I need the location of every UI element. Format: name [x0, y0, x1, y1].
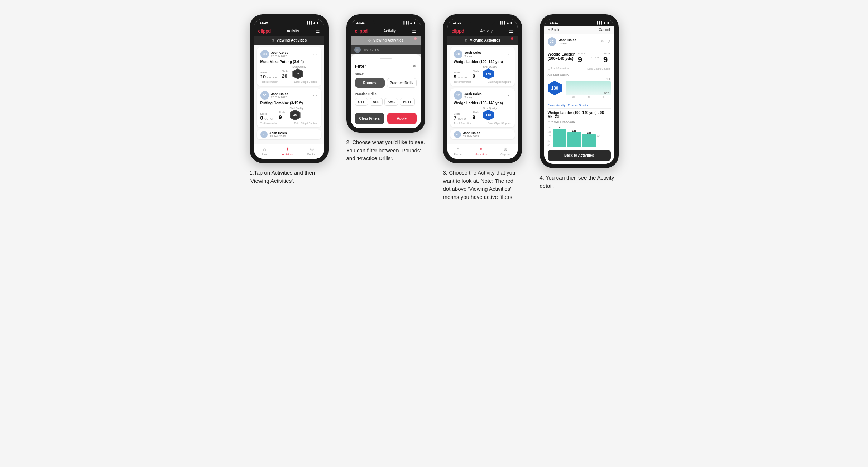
- avatar-3-2: JC: [454, 91, 462, 100]
- status-icons-4: ▐▐▐ ▲ ▮: [596, 21, 609, 24]
- signal-icon-2: ▐▐▐: [403, 21, 409, 24]
- nav-capture-3[interactable]: ⊕ Capture: [500, 146, 510, 156]
- modal-handle-2: [380, 58, 392, 59]
- header-title-3: Activity: [480, 29, 493, 33]
- viewing-banner-1[interactable]: ⚙ Viewing Activities: [254, 36, 324, 45]
- sq-block-3-1: Shot Quality 130: [483, 66, 497, 79]
- close-btn-2[interactable]: ✕: [412, 63, 417, 69]
- edit-icon-4[interactable]: ✏: [601, 39, 604, 44]
- caption-3: 3. Choose the Activity that you want to …: [443, 169, 522, 201]
- phone-1-inner: 13:20 ▐▐▐ ▲ ▮ clippd Activity ☰ ⚙ Viewin…: [254, 19, 324, 159]
- activity-card-1-2[interactable]: JC Josh Coles 28 Feb 2023 ··· Putting Co…: [257, 88, 321, 127]
- activity-card-1-3: JC Josh Coles 28 Feb 2023: [257, 129, 321, 139]
- shots-block-3-1: Shots 9: [473, 70, 479, 79]
- activity-card-3-2[interactable]: JC Josh Coles Today ··· Wedge Ladder (10…: [450, 88, 515, 127]
- menu-icon-2[interactable]: ☰: [412, 28, 417, 34]
- detail-header-4: < Back Cancel: [544, 26, 614, 34]
- score-col-4: Score 9: [578, 52, 585, 65]
- shots-col-4: Shots 9: [603, 52, 610, 65]
- nav-activities-3[interactable]: ✦ Activities: [475, 146, 487, 156]
- dots-1-2[interactable]: ···: [313, 93, 317, 98]
- dots-1-1[interactable]: ···: [313, 52, 317, 57]
- banner-text-3: Viewing Activities: [470, 38, 500, 42]
- activity-card-1-1[interactable]: JC Josh Coles 28 Feb 2023 ··· Must Make …: [257, 47, 321, 86]
- score-val-1-1: 10 OUT OF: [260, 74, 278, 79]
- card-footer-3-1: Test Information Data: Clippd Capture: [454, 81, 511, 83]
- tag-app-2[interactable]: APP: [370, 98, 383, 106]
- activity-card-3-1[interactable]: JC Josh Coles Today ··· Wedge Ladder (10…: [450, 47, 515, 86]
- dashed-line-4: 124: [597, 134, 610, 147]
- phone-2-body: ⚙ Viewing Activities JC Josh Coles Filte…: [351, 36, 421, 128]
- time-4: 13:21: [550, 21, 558, 24]
- y-axis-4: 140 120 100 80 60: [548, 125, 551, 147]
- phone-2-frame: 13:21 ▐▐▐ ▲ ▮ clippd Activity ☰ ⚙: [346, 14, 425, 133]
- cancel-btn-4[interactable]: Cancel: [599, 28, 610, 32]
- card-footer-1-1: Test Information Data: Clippd Capture: [260, 81, 318, 83]
- phone-1-section: 13:20 ▐▐▐ ▲ ▮ clippd Activity ☰ ⚙ Viewin…: [246, 14, 332, 185]
- detail-title-block-4: Wedge Ladder(100–140 yds): [548, 52, 578, 63]
- battery-icon-4: ▮: [607, 21, 609, 24]
- practice-drills-toggle-2[interactable]: Practice Drills: [387, 78, 417, 88]
- time-1: 13:20: [260, 21, 268, 24]
- bars-container-4: 132 129 124: [553, 126, 611, 147]
- tag-putt-2[interactable]: PUTT: [400, 98, 415, 106]
- capture-icon-3: ⊕: [503, 146, 508, 152]
- user-text-4: Josh Coles Today: [559, 38, 576, 45]
- user-info-1-2: Josh Coles 28 Feb 2023: [271, 92, 313, 99]
- card-title-3-1: Wedge Ladder (100–140 yds): [454, 60, 511, 64]
- viewing-banner-3[interactable]: ⚙ Viewing Activities: [447, 36, 518, 45]
- menu-icon-3[interactable]: ☰: [509, 28, 513, 34]
- chart-top-4: 130: [566, 78, 611, 80]
- phone-4-inner: 13:21 ▐▐▐ ▲ ▮ < Back Cancel JC Josh: [544, 19, 614, 164]
- activity-card-3-3: JC Josh Coles 28 Feb 2023: [450, 129, 515, 139]
- apply-btn-2[interactable]: Apply: [387, 113, 417, 124]
- clear-filters-btn-2[interactable]: Clear Filters: [355, 113, 384, 124]
- logo-1: clippd: [258, 28, 271, 34]
- practice-session-4: Player Activity · Practice Session: [548, 102, 611, 109]
- card-footer-3-2: Test Information Data: Clippd Capture: [454, 122, 511, 124]
- avatar-4: JC: [548, 37, 556, 46]
- dots-3-1[interactable]: ···: [506, 52, 511, 57]
- user-name-1-2: Josh Coles: [271, 92, 313, 96]
- back-activities-btn-4[interactable]: Back to Activities: [548, 150, 611, 161]
- score-label-4: Score: [578, 52, 585, 55]
- phone-3-frame: 13:20 ▐▐▐ ▲ ▮ clippd Activity ☰ ⚙ Viewin…: [443, 14, 522, 163]
- sq-hex-1-1: 75: [292, 68, 303, 79]
- nav-home-3[interactable]: ⌂ Home: [454, 146, 462, 156]
- signal-icon-3: ▐▐▐: [499, 21, 505, 24]
- card-footer-1-2: Test Information Data: Clippd Capture: [260, 122, 318, 124]
- logo-2: clippd: [355, 28, 368, 34]
- expand-icon-4[interactable]: ⤢: [607, 39, 611, 44]
- user-name-1-1: Josh Coles: [271, 51, 313, 54]
- nav-activities-1[interactable]: ✦ Activities: [282, 146, 293, 156]
- time-3: 13:20: [453, 21, 461, 24]
- notch-2: [373, 19, 398, 25]
- notch-1: [277, 19, 302, 25]
- nav-home-1[interactable]: ⌂ Home: [261, 146, 268, 156]
- sq-label-1-1: Shot Quality: [292, 66, 306, 68]
- tag-arg-2[interactable]: ARG: [384, 98, 398, 106]
- back-btn-4[interactable]: < Back: [548, 28, 560, 32]
- sq-hex-3-1: 130: [483, 68, 494, 79]
- drill-tags-row-2: OTT APP ARG PUTT: [355, 98, 417, 106]
- phone-3-inner: 13:20 ▐▐▐ ▲ ▮ clippd Activity ☰ ⚙ Viewin…: [447, 19, 518, 159]
- user-info-1-1: Josh Coles 28 Feb 2023: [271, 51, 313, 58]
- bottom-nav-1: ⌂ Home ✦ Activities ⊕ Capture: [254, 144, 324, 159]
- user-date-1-1: 28 Feb 2023: [271, 54, 313, 58]
- detail-title-4: Wedge Ladder(100–140 yds): [548, 52, 578, 61]
- detail-content-4: Wedge Ladder(100–140 yds) Score 9 OUT OF…: [544, 49, 614, 164]
- red-dot-2: [414, 37, 417, 40]
- bar-group-4-3: 124: [597, 134, 610, 147]
- signal-icon-1: ▐▐▐: [306, 21, 312, 24]
- nav-capture-1[interactable]: ⊕ Capture: [307, 146, 317, 156]
- phone-1-frame: 13:20 ▐▐▐ ▲ ▮ clippd Activity ☰ ⚙ Viewin…: [250, 14, 329, 163]
- menu-icon-1[interactable]: ☰: [315, 28, 320, 34]
- tag-ott-2[interactable]: OTT: [355, 98, 368, 106]
- wifi-icon-2: ▲: [410, 21, 413, 24]
- score-val-4: 9: [578, 55, 585, 65]
- dots-3-2[interactable]: ···: [506, 93, 511, 98]
- rounds-toggle-2[interactable]: Rounds: [355, 78, 385, 88]
- status-icons-1: ▐▐▐ ▲ ▮: [306, 21, 318, 24]
- wifi-icon-1: ▲: [313, 21, 316, 24]
- home-icon-3: ⌂: [456, 146, 459, 152]
